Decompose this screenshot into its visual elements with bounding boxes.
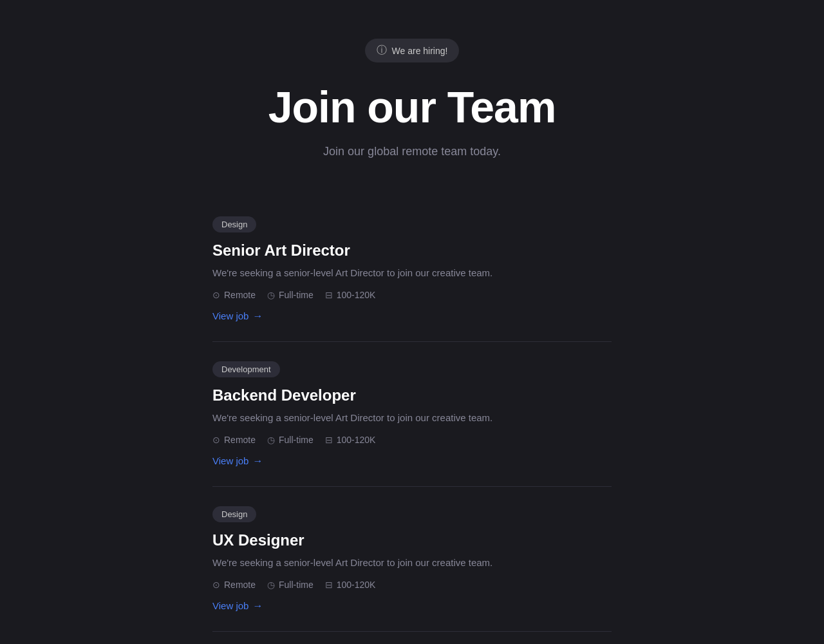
money-icon-2: ⊟ xyxy=(325,435,333,445)
job-salary-3: ⊟ 100-120K xyxy=(325,580,376,590)
job-description-2: We're seeking a senior-level Art Directo… xyxy=(212,411,612,426)
job-title-senior-art-director: Senior Art Director xyxy=(212,242,612,260)
job-location-3: ⊙ Remote xyxy=(212,580,256,590)
job-salary-2: ⊟ 100-120K xyxy=(325,435,376,445)
info-icon: ⓘ xyxy=(377,44,387,57)
clock-icon-2: ◷ xyxy=(267,435,275,445)
job-item-senior-art-director: Design Senior Art Director We're seeking… xyxy=(212,197,612,342)
page-container: ⓘ We are hiring! Join our Team Join our … xyxy=(0,0,824,644)
job-tag-design-3: Design xyxy=(212,506,256,522)
arrow-icon-3: → xyxy=(252,600,263,612)
job-description-1: We're seeking a senior-level Art Directo… xyxy=(212,266,612,281)
money-icon-1: ⊟ xyxy=(325,290,333,300)
location-icon-3: ⊙ xyxy=(212,580,220,590)
job-type-1: ◷ Full-time xyxy=(267,290,314,300)
job-location-2: ⊙ Remote xyxy=(212,435,256,445)
subtitle: Join our global remote team today. xyxy=(323,145,501,158)
location-icon-1: ⊙ xyxy=(212,290,220,300)
job-type-3: ◷ Full-time xyxy=(267,580,314,590)
job-location-1: ⊙ Remote xyxy=(212,290,256,300)
arrow-icon-2: → xyxy=(252,455,263,467)
view-job-link-3[interactable]: View job → xyxy=(212,600,263,612)
job-type-2: ◷ Full-time xyxy=(267,435,314,445)
job-title-backend-developer: Backend Developer xyxy=(212,386,612,404)
job-tag-development: Development xyxy=(212,361,280,377)
main-title: Join our Team xyxy=(268,82,556,132)
location-icon-2: ⊙ xyxy=(212,435,220,445)
job-meta-1: ⊙ Remote ◷ Full-time ⊟ 100-120K xyxy=(212,290,612,300)
arrow-icon-1: → xyxy=(252,310,263,322)
job-title-ux-designer: UX Designer xyxy=(212,531,612,549)
jobs-container: Design Senior Art Director We're seeking… xyxy=(212,197,612,644)
hiring-badge-text: We are hiring! xyxy=(392,46,448,56)
clock-icon-1: ◷ xyxy=(267,290,275,300)
hiring-badge: ⓘ We are hiring! xyxy=(365,39,460,62)
job-meta-2: ⊙ Remote ◷ Full-time ⊟ 100-120K xyxy=(212,435,612,445)
clock-icon-3: ◷ xyxy=(267,580,275,590)
job-description-3: We're seeking a senior-level Art Directo… xyxy=(212,556,612,571)
money-icon-3: ⊟ xyxy=(325,580,333,590)
job-tag-design-1: Design xyxy=(212,216,256,232)
view-job-link-1[interactable]: View job → xyxy=(212,310,263,322)
job-item-ux-designer: Design UX Designer We're seeking a senio… xyxy=(212,487,612,632)
job-meta-3: ⊙ Remote ◷ Full-time ⊟ 100-120K xyxy=(212,580,612,590)
job-item-4-partial: Design xyxy=(212,632,612,644)
view-job-link-2[interactable]: View job → xyxy=(212,455,263,467)
job-item-backend-developer: Development Backend Developer We're seek… xyxy=(212,342,612,487)
job-salary-1: ⊟ 100-120K xyxy=(325,290,376,300)
